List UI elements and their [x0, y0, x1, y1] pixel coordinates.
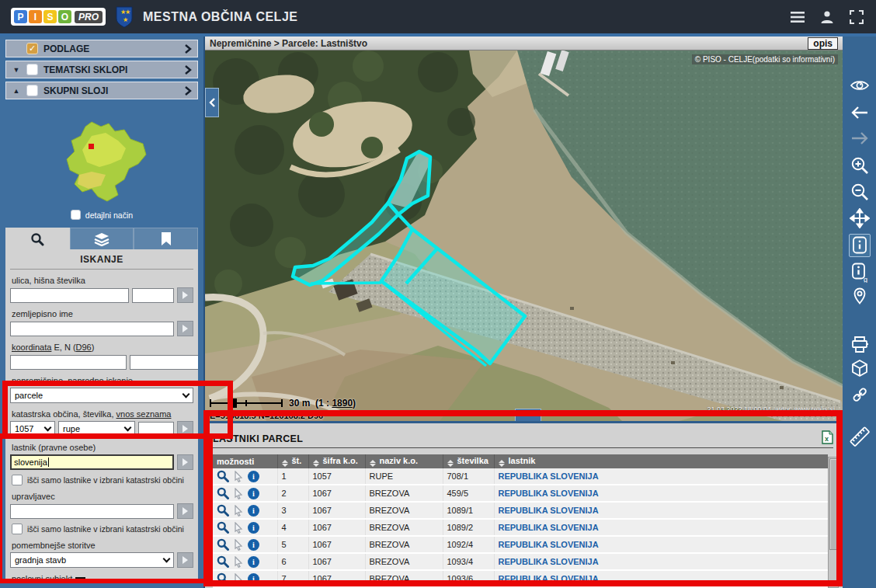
info-button[interactable]	[843, 234, 876, 257]
geoname-input[interactable]	[10, 322, 174, 336]
select-cursor-icon[interactable]	[233, 505, 244, 517]
advanced-search-link[interactable]: napredno iskanje	[68, 376, 133, 385]
table-row[interactable]: i 4 1067 BREZOVA 1089/2 REPUBLIKA SLOVEN…	[213, 519, 828, 536]
parcel-number-input[interactable]	[138, 422, 174, 437]
parcel-info-icon[interactable]: i	[248, 471, 259, 482]
table-row[interactable]: i 7 1067 BREZOVA 1093/6 REPUBLIKA SLOVEN…	[213, 570, 828, 587]
menu-icon[interactable]	[789, 9, 806, 26]
owner-link[interactable]: REPUBLIKA SLOVENIJA	[499, 540, 599, 549]
skupni-checkbox[interactable]	[26, 85, 38, 96]
tab-search[interactable]	[5, 228, 70, 249]
piso-logo[interactable]: P I S O PRO	[11, 8, 106, 26]
sidebar-collapse-button[interactable]	[205, 88, 219, 117]
select-cursor-icon[interactable]	[233, 488, 244, 499]
accordion-tematski-sklopi[interactable]: ▼ TEMATSKI SKLOPI	[5, 61, 198, 78]
tematski-checkbox[interactable]	[26, 64, 38, 75]
pan-button[interactable]	[843, 208, 876, 228]
expander-icon[interactable]: ▼	[12, 66, 21, 74]
owner-link[interactable]: REPUBLIKA SLOVENIJA	[499, 574, 599, 583]
geoname-search-button[interactable]	[177, 321, 193, 336]
visibility-button[interactable]	[843, 77, 876, 94]
zoom-to-parcel-icon[interactable]	[217, 470, 229, 482]
table-row[interactable]: i 1 1057 RUPE 708/1 REPUBLIKA SLOVENIJA	[213, 468, 828, 485]
scale-ratio-link[interactable]: 1890	[332, 398, 353, 409]
coordinate-n-input[interactable]	[130, 355, 198, 370]
print-button[interactable]	[843, 335, 876, 353]
share-link-button[interactable]	[843, 384, 876, 405]
manager-restrict-checkbox[interactable]	[12, 524, 23, 534]
opis-button[interactable]: opis	[808, 37, 838, 50]
tab-layers[interactable]	[70, 228, 134, 249]
accordion-skupni-sloji[interactable]: ▲ SKUPNI SLOJI	[5, 82, 198, 99]
services-select[interactable]: gradnja stavb	[10, 552, 174, 568]
overview-map[interactable]	[0, 117, 203, 207]
realestate-select[interactable]: parcele	[10, 388, 193, 403]
sort-icon[interactable]	[370, 460, 376, 467]
cadastral-name-select[interactable]: rupe	[58, 421, 135, 437]
fullscreen-icon[interactable]	[848, 9, 865, 26]
tab-bookmarks[interactable]	[134, 228, 198, 249]
table-row[interactable]: i 3 1067 BREZOVA 1089/1 REPUBLIKA SLOVEN…	[213, 502, 828, 519]
map-canvas[interactable]: © PISO - CELJE(podatki so informativni) …	[205, 50, 843, 423]
column-naziv-ko[interactable]: naziv k.o.	[365, 454, 443, 468]
coordinate-e-input[interactable]	[10, 355, 127, 370]
owner-search-button[interactable]	[177, 454, 193, 470]
table-row[interactable]: i 2 1067 BREZOVA 459/5 REPUBLIKA SLOVENI…	[213, 485, 828, 502]
column-lastnik[interactable]: lastnik	[494, 454, 828, 468]
zoom-to-parcel-icon[interactable]	[217, 572, 229, 585]
sort-icon[interactable]	[447, 460, 454, 467]
select-cursor-icon[interactable]	[233, 471, 244, 482]
sort-icon[interactable]	[282, 460, 288, 467]
user-icon[interactable]	[819, 9, 836, 26]
zoom-to-parcel-icon[interactable]	[217, 521, 229, 534]
manager-search-button[interactable]	[177, 503, 193, 519]
history-back-button[interactable]	[843, 105, 876, 120]
table-row[interactable]: i 6 1067 BREZOVA 1093/4 REPUBLIKA SLOVEN…	[213, 553, 828, 570]
owner-restrict-checkbox[interactable]	[12, 475, 23, 485]
table-scrollbar-thumb[interactable]	[829, 458, 837, 550]
select-cursor-icon[interactable]	[233, 539, 244, 551]
parcel-info-icon[interactable]: i	[248, 505, 259, 517]
owner-link[interactable]: REPUBLIKA SLOVENIJA	[499, 489, 599, 498]
street-search-button[interactable]	[177, 287, 193, 303]
column-sifra-ko[interactable]: šifra k.o.	[308, 454, 365, 468]
business-register-icon[interactable]	[75, 577, 85, 584]
parcel-info-icon[interactable]: i	[248, 556, 259, 568]
parcel-info-icon[interactable]: i	[248, 522, 259, 534]
list-entry-link[interactable]: vnos seznama	[116, 409, 172, 419]
services-search-button[interactable]	[177, 552, 193, 568]
coordinate-link[interactable]: koordinata	[12, 343, 51, 352]
accordion-podlage[interactable]: ✓ PODLAGE	[5, 40, 198, 57]
zoom-to-parcel-icon[interactable]	[217, 504, 229, 517]
parcel-info-icon[interactable]: i	[248, 539, 259, 551]
select-cursor-icon[interactable]	[233, 573, 244, 585]
cadastral-code-select[interactable]: 1057	[10, 421, 55, 437]
zoom-in-button[interactable]	[843, 155, 876, 176]
owner-link[interactable]: REPUBLIKA SLOVENIJA	[499, 506, 599, 515]
select-cursor-icon[interactable]	[233, 556, 244, 568]
table-collapse-handle[interactable]	[515, 409, 541, 423]
parcel-info-icon[interactable]: i	[248, 488, 259, 499]
manager-input[interactable]	[10, 504, 174, 519]
detail-mode-checkbox[interactable]	[71, 210, 81, 220]
info-group-button[interactable]: g	[843, 262, 876, 283]
expander-icon[interactable]: ▲	[12, 87, 21, 95]
zoom-to-parcel-icon[interactable]	[217, 555, 229, 568]
sort-icon[interactable]	[499, 460, 505, 467]
zoom-out-button[interactable]	[843, 182, 876, 202]
house-number-input[interactable]	[132, 288, 174, 303]
zoom-to-parcel-icon[interactable]	[217, 487, 229, 499]
measure-button[interactable]	[843, 425, 876, 448]
sort-icon[interactable]	[313, 460, 319, 467]
column-st[interactable]: št.	[277, 454, 308, 468]
table-scrollbar[interactable]	[828, 457, 839, 588]
owner-link[interactable]: REPUBLIKA SLOVENIJA	[499, 557, 599, 566]
owner-link[interactable]: REPUBLIKA SLOVENIJA	[499, 471, 599, 481]
podlage-checkbox[interactable]: ✓	[26, 43, 38, 54]
table-row[interactable]: i 5 1067 BREZOVA 1092/4 REPUBLIKA SLOVEN…	[213, 536, 828, 553]
cadastral-search-button[interactable]	[177, 421, 193, 437]
view-3d-button[interactable]	[843, 358, 876, 378]
parcel-info-icon[interactable]: i	[248, 573, 259, 585]
excel-export-icon[interactable]: x	[822, 430, 833, 444]
zoom-to-parcel-icon[interactable]	[217, 538, 229, 551]
